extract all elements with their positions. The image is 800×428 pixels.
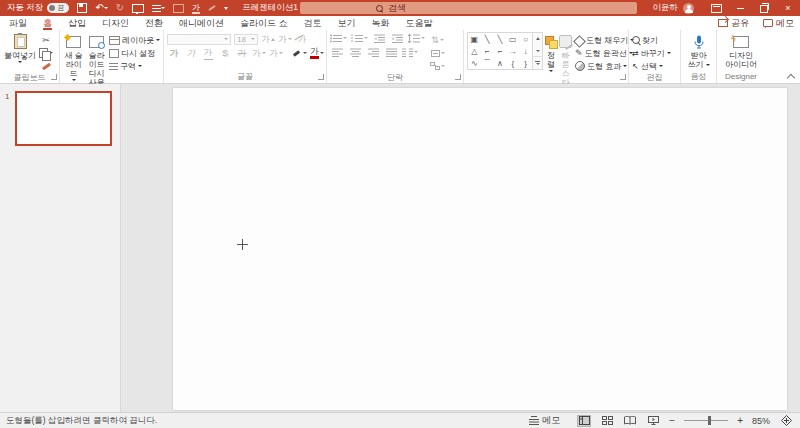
zoom-slider-thumb[interactable]	[708, 416, 711, 425]
redo-button[interactable]: ↻	[116, 2, 124, 14]
shape-icon[interactable]: ⌐	[498, 47, 503, 56]
italic-button[interactable]: 가	[184, 47, 198, 59]
shape-icon[interactable]: ↓	[524, 47, 528, 56]
text-shadow-button[interactable]: S	[218, 47, 232, 59]
layout-button[interactable]: 레이아웃	[109, 34, 160, 46]
bold-button[interactable]: 가	[167, 47, 181, 59]
shape-icon[interactable]: ⌒	[483, 58, 491, 69]
normal-view-button[interactable]	[577, 415, 591, 427]
numbering-button[interactable]	[351, 32, 368, 44]
reset-button[interactable]: 다시 설정	[109, 47, 160, 59]
gallery-scroll-up-button[interactable]	[533, 33, 542, 45]
find-button[interactable]: 찾기	[632, 34, 671, 46]
change-case-button[interactable]: 가	[269, 47, 283, 59]
font-color-button[interactable]: 가	[310, 47, 324, 59]
tab-home[interactable]: 홈	[43, 16, 52, 30]
align-text-button[interactable]	[430, 47, 445, 59]
restore-button[interactable]	[752, 0, 776, 16]
shape-effects-button[interactable]: 도형 효과	[575, 60, 634, 72]
slide-sorter-view-button[interactable]	[600, 415, 614, 427]
fit-to-window-button[interactable]	[779, 415, 793, 427]
cut-button[interactable]: ✂	[39, 34, 53, 46]
comments-button[interactable]: 메모	[763, 17, 794, 30]
strikethrough-button[interactable]: 가	[235, 47, 249, 59]
tab-help[interactable]: 도움말	[406, 16, 433, 30]
zoom-out-button[interactable]: −	[669, 416, 675, 426]
slide-thumbnail[interactable]	[15, 91, 112, 146]
tab-slideshow[interactable]: 슬라이드 쇼	[240, 16, 288, 30]
tab-design[interactable]: 디자인	[102, 16, 129, 30]
shape-fill-button[interactable]: 도형 채우기	[575, 34, 634, 46]
character-spacing-button[interactable]: 가	[252, 47, 266, 59]
paragraph-dialog-launcher[interactable]	[455, 74, 461, 80]
shape-outline-button[interactable]: ✎도형 윤곽선	[575, 47, 634, 59]
shape-icon[interactable]: {	[511, 59, 514, 68]
increase-indent-button[interactable]	[390, 32, 404, 44]
zoom-in-button[interactable]: +	[737, 416, 743, 426]
grow-font-button[interactable]: 가	[261, 33, 275, 45]
tab-insert[interactable]: 삽입	[68, 16, 86, 30]
justify-button[interactable]	[384, 46, 398, 58]
customize-qat-button[interactable]	[224, 2, 228, 14]
shape-icon[interactable]: ○	[523, 35, 528, 44]
shape-icon[interactable]: ╲	[485, 35, 490, 44]
tab-review[interactable]: 검토	[304, 16, 322, 30]
section-button[interactable]: 구역	[109, 60, 160, 72]
search-box[interactable]: 검색	[300, 2, 637, 14]
picture-button[interactable]	[173, 2, 184, 14]
close-button[interactable]: ×	[776, 0, 800, 16]
autosave-switch[interactable]: 끔	[47, 3, 69, 13]
list-style-button[interactable]	[152, 2, 165, 14]
shape-icon[interactable]: ▣	[471, 35, 479, 44]
shape-icon[interactable]: ╲	[498, 35, 503, 44]
shape-icon[interactable]: ∿	[471, 59, 478, 68]
shape-icon[interactable]: ▭	[509, 35, 517, 44]
shape-icon[interactable]: ⌐	[485, 47, 490, 56]
align-left-button[interactable]	[330, 46, 344, 58]
zoom-slider[interactable]	[684, 420, 728, 421]
tab-file[interactable]: 파일	[9, 16, 27, 30]
text-direction-button[interactable]: ⇅	[430, 34, 445, 46]
decrease-indent-button[interactable]	[372, 32, 386, 44]
drawing-dialog-launcher[interactable]	[620, 74, 626, 80]
draw-button[interactable]	[208, 2, 216, 14]
clear-formatting-button[interactable]: 가	[295, 33, 309, 45]
underline-button[interactable]: 가	[201, 47, 215, 59]
text-highlight-button[interactable]	[293, 47, 307, 59]
tab-animations[interactable]: 애니메이션	[179, 16, 224, 30]
undo-button[interactable]: ↶	[95, 2, 107, 14]
autosave-toggle[interactable]: 자동 저장 끔	[7, 2, 69, 14]
shape-icon[interactable]: △	[471, 47, 477, 56]
ribbon-display-options-button[interactable]	[704, 0, 728, 16]
share-button[interactable]: 공유	[718, 17, 749, 30]
clipboard-dialog-launcher[interactable]	[51, 74, 57, 80]
bullets-button[interactable]	[330, 32, 347, 44]
shrink-font-button[interactable]: 가	[278, 33, 292, 45]
new-slide-button[interactable]: 새 슬라이드	[63, 32, 84, 81]
font-size-combo[interactable]: 18	[234, 34, 258, 45]
format-painter-button[interactable]	[39, 60, 53, 72]
collapse-ribbon-button[interactable]	[788, 74, 795, 79]
tab-transitions[interactable]: 전환	[145, 16, 163, 30]
shapes-gallery[interactable]: ▣ ╲ ╲ ▭ ○ △ ⌐ ⌐ → ↓ ∿ ⌒ ∧ { }	[467, 32, 533, 70]
align-center-button[interactable]	[348, 46, 362, 58]
notes-button[interactable]: 메모	[529, 414, 560, 427]
design-ideas-button[interactable]: ϟ 디자인 아이디어	[721, 32, 761, 69]
minimize-button[interactable]	[728, 0, 752, 16]
save-button[interactable]	[77, 2, 87, 14]
font-name-combo[interactable]	[167, 34, 231, 45]
user-avatar[interactable]	[683, 3, 694, 14]
replace-button[interactable]: ⇄바꾸기	[632, 47, 671, 59]
font-dialog-launcher[interactable]	[318, 74, 324, 80]
shape-icon[interactable]: }	[524, 59, 527, 68]
shape-icon[interactable]: →	[509, 47, 517, 56]
line-spacing-button[interactable]	[408, 32, 425, 44]
shape-icon[interactable]: ∧	[497, 59, 503, 68]
gallery-scroll-down-button[interactable]	[533, 45, 542, 57]
slideshow-view-button[interactable]	[646, 415, 660, 427]
font-format-button[interactable]: 가	[192, 2, 200, 14]
gallery-more-button[interactable]	[533, 56, 542, 69]
paste-button[interactable]: 붙여넣기	[3, 32, 37, 63]
copy-button[interactable]	[39, 47, 53, 59]
select-button[interactable]: ↖선택	[632, 60, 671, 72]
